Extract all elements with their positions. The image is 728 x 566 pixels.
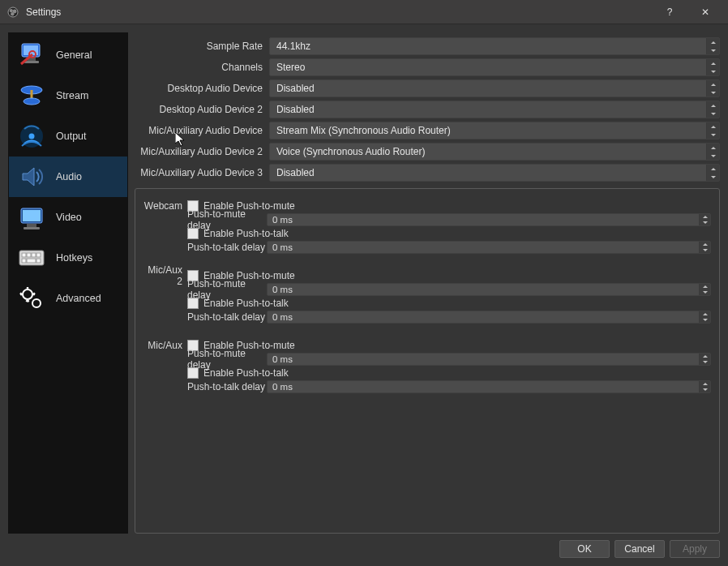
numedit-value: 0 ms: [272, 312, 293, 322]
svg-rect-25: [27, 259, 36, 263]
field-row: ChannelsStereo: [135, 57, 720, 78]
dialog-footer: OK Cancel Apply: [8, 534, 720, 558]
svg-rect-16: [23, 210, 41, 221]
svg-rect-28: [27, 287, 28, 289]
numedit-value: 0 ms: [272, 215, 293, 225]
ok-label: OK: [577, 543, 591, 555]
window-title: Settings: [26, 6, 652, 18]
field-combo[interactable]: Stereo: [269, 58, 720, 76]
sidebar-item-label: Video: [56, 212, 82, 223]
field-label: Mic/Auxiliary Audio Device: [135, 125, 269, 136]
svg-rect-18: [24, 227, 40, 229]
push-to-talk-delay-label: Push-to-talk delay: [187, 242, 267, 253]
svg-rect-26: [36, 259, 41, 263]
sidebar-item-advanced[interactable]: Advanced: [9, 278, 127, 319]
svg-point-1: [10, 9, 13, 12]
settings-sidebar: General Stream Output Audio: [8, 32, 128, 534]
sidebar-item-stream[interactable]: Stream: [9, 75, 127, 116]
device-name: Webcam: [143, 200, 187, 212]
ok-button[interactable]: OK: [559, 540, 610, 558]
close-button[interactable]: ✕: [687, 0, 723, 24]
push-to-mute-delay-input[interactable]: 0 ms: [267, 213, 711, 226]
combo-value: Stereo: [276, 62, 305, 73]
device-name: Mic/Aux 2: [143, 264, 187, 287]
sidebar-item-label: Audio: [56, 171, 82, 182]
combo-value: Disabled: [276, 83, 315, 94]
svg-rect-23: [36, 253, 41, 257]
stream-icon: [15, 79, 48, 112]
output-icon: [15, 120, 48, 152]
svg-rect-24: [22, 259, 26, 263]
combo-value: Stream Mix (Synchronous Audio Router): [276, 125, 451, 136]
push-to-talk-checkbox[interactable]: [187, 228, 199, 239]
help-icon: ?: [667, 6, 673, 18]
push-to-talk-delay-input[interactable]: 0 ms: [267, 311, 711, 324]
settings-main: Sample Rate44.1khzChannelsStereoDesktop …: [135, 32, 720, 534]
svg-rect-7: [24, 61, 39, 63]
device-block: WebcamEnable Push-to-mutePush-to-mute de…: [143, 199, 711, 254]
push-to-mute-delay-input[interactable]: 0 ms: [267, 353, 711, 366]
field-label: Desktop Audio Device: [135, 83, 269, 94]
push-to-talk-delay-label: Push-to-talk delay: [187, 381, 267, 392]
numedit-value: 0 ms: [272, 382, 293, 392]
sidebar-item-label: Stream: [56, 90, 88, 101]
combo-value: Disabled: [276, 167, 315, 178]
svg-point-27: [23, 289, 32, 299]
sidebar-item-video[interactable]: Video: [9, 197, 127, 238]
audio-fields: Sample Rate44.1khzChannelsStereoDesktop …: [135, 32, 720, 188]
titlebar: Settings ? ✕: [0, 0, 728, 24]
svg-point-14: [29, 134, 35, 139]
apply-button[interactable]: Apply: [670, 540, 720, 558]
numedit-value: 0 ms: [272, 242, 293, 252]
field-row: Mic/Auxiliary Audio DeviceStream Mix (Sy…: [135, 120, 720, 141]
general-icon: [15, 39, 48, 71]
svg-rect-17: [27, 224, 36, 227]
sidebar-item-label: General: [56, 49, 92, 61]
svg-rect-20: [22, 253, 26, 257]
field-row: Mic/Auxiliary Audio Device 3Disabled: [135, 162, 720, 183]
field-row: Mic/Auxiliary Audio Device 2Voice (Synch…: [135, 141, 720, 162]
field-row: Desktop Audio Device 2Disabled: [135, 99, 720, 120]
sidebar-item-output[interactable]: Output: [9, 116, 127, 157]
field-combo[interactable]: 44.1khz: [269, 37, 720, 55]
combo-value: 44.1khz: [276, 41, 310, 52]
field-combo[interactable]: Voice (Synchronous Audio Router): [269, 143, 720, 161]
cancel-label: Cancel: [624, 543, 654, 555]
field-label: Desktop Audio Device 2: [135, 104, 269, 115]
combo-value: Voice (Synchronous Audio Router): [276, 146, 425, 157]
sidebar-item-label: Advanced: [56, 293, 101, 304]
field-combo[interactable]: Stream Mix (Synchronous Audio Router): [269, 122, 720, 139]
cancel-button[interactable]: Cancel: [615, 540, 665, 558]
push-to-talk-delay-input[interactable]: 0 ms: [267, 380, 711, 393]
audio-icon: [15, 161, 48, 193]
push-to-talk-delay-input[interactable]: 0 ms: [267, 241, 711, 254]
push-to-talk-checkbox[interactable]: [187, 298, 199, 309]
field-label: Mic/Auxiliary Audio Device 2: [135, 146, 269, 157]
app-icon: [6, 6, 19, 19]
advanced-icon: [15, 282, 48, 315]
device-block: Mic/AuxEnable Push-to-mutePush-to-mute d…: [143, 338, 711, 393]
field-combo[interactable]: Disabled: [269, 101, 720, 118]
sidebar-item-label: Output: [56, 131, 87, 142]
field-label: Channels: [135, 62, 269, 73]
svg-point-36: [32, 299, 41, 307]
device-name: Mic/Aux: [143, 340, 187, 351]
sidebar-item-audio[interactable]: Audio: [9, 157, 127, 197]
push-to-mute-delay-input[interactable]: 0 ms: [267, 283, 711, 296]
field-combo[interactable]: Disabled: [269, 164, 720, 182]
field-label: Mic/Auxiliary Audio Device 3: [135, 167, 269, 178]
sidebar-item-hotkeys[interactable]: Hotkeys: [9, 238, 127, 278]
device-block: Mic/Aux 2Enable Push-to-mutePush-to-mute…: [143, 268, 711, 324]
apply-label: Apply: [683, 543, 707, 555]
svg-point-3: [11, 12, 14, 15]
numedit-value: 0 ms: [272, 354, 293, 364]
push-to-talk-label: Enable Push-to-talk: [203, 298, 289, 309]
field-row: Sample Rate44.1khz: [135, 36, 720, 57]
sidebar-item-general[interactable]: General: [9, 35, 127, 75]
close-icon: ✕: [701, 6, 709, 18]
help-button[interactable]: ?: [652, 0, 687, 24]
field-combo[interactable]: Disabled: [269, 79, 720, 97]
push-to-talk-delay-label: Push-to-talk delay: [187, 311, 267, 323]
device-push-settings: WebcamEnable Push-to-mutePush-to-mute de…: [135, 188, 720, 534]
push-to-talk-checkbox[interactable]: [187, 367, 199, 379]
